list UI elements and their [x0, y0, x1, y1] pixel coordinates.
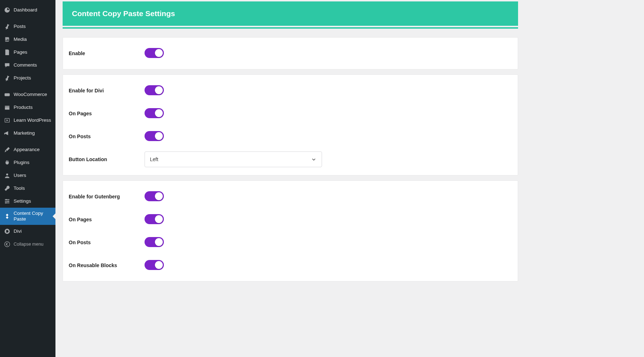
setting-label: On Posts	[69, 240, 145, 245]
svg-point-5	[8, 201, 9, 202]
sidebar-item-label: Products	[14, 105, 52, 110]
divi-icon	[4, 228, 11, 235]
toggle-divi-on-pages[interactable]	[145, 108, 164, 118]
sidebar-item-pages[interactable]: Pages	[0, 46, 55, 59]
sidebar-item-divi[interactable]: Divi	[0, 225, 55, 238]
sidebar-item-projects[interactable]: Projects	[0, 72, 55, 85]
setting-gutenberg-on-pages: On Pages	[69, 208, 512, 231]
setting-label: Enable for Gutenberg	[69, 194, 145, 199]
chevron-down-icon	[311, 156, 317, 162]
sidebar-item-woocommerce[interactable]: WooCommerce	[0, 88, 55, 101]
sidebar-item-marketing[interactable]: Marketing	[0, 127, 55, 140]
panel-gutenberg: Enable for Gutenberg On Pages On Posts	[63, 180, 518, 281]
setting-divi-on-pages: On Pages	[69, 102, 512, 125]
svg-point-8	[5, 242, 10, 247]
toggle-enable-divi[interactable]	[145, 85, 164, 95]
user-icon	[4, 172, 11, 179]
panel-general: Enable	[63, 37, 518, 69]
select-value: Left	[150, 156, 158, 162]
sidebar-item-dashboard[interactable]: Dashboard	[0, 4, 55, 16]
products-icon	[4, 104, 11, 111]
sidebar-item-label: Learn WordPress	[14, 117, 52, 123]
setting-gutenberg-on-reusable: On Reusable Blocks	[69, 254, 512, 277]
plugin-icon	[4, 159, 11, 166]
svg-point-3	[6, 174, 8, 175]
dashboard-icon	[4, 6, 11, 14]
main-content: Content Copy Paste Settings Enable Enabl…	[55, 0, 525, 357]
sidebar-item-settings[interactable]: Settings	[0, 195, 55, 208]
pin-icon	[4, 23, 11, 30]
admin-sidebar: Dashboard Posts Media Pages Comments Pro…	[0, 0, 55, 357]
setting-label: Enable	[69, 50, 145, 56]
sidebar-item-label: Dashboard	[14, 7, 52, 13]
play-icon	[4, 117, 11, 124]
page-title: Content Copy Paste Settings	[72, 9, 175, 18]
sidebar-item-content-copy-paste[interactable]: Content Copy Paste	[0, 208, 55, 225]
sidebar-item-label: Projects	[14, 75, 52, 81]
setting-gutenberg-on-posts: On Posts	[69, 231, 512, 254]
sidebar-item-products[interactable]: Products	[0, 101, 55, 114]
select-button-location[interactable]: Left	[145, 151, 322, 167]
app-root: Dashboard Posts Media Pages Comments Pro…	[0, 0, 644, 357]
setting-label: Button Location	[69, 156, 145, 162]
svg-rect-1	[5, 93, 10, 96]
wrench-icon	[4, 185, 11, 192]
toggle-gutenberg-on-reusable[interactable]	[145, 260, 164, 270]
setting-button-location: Button Location Left	[69, 148, 512, 171]
setting-label: On Posts	[69, 134, 145, 139]
sidebar-item-comments[interactable]: Comments	[0, 59, 55, 72]
setting-divi-on-posts: On Posts	[69, 125, 512, 148]
setting-enable: Enable	[69, 42, 512, 65]
toggle-enable[interactable]	[145, 48, 164, 58]
sidebar-collapse-menu[interactable]: Collapse menu	[0, 238, 55, 251]
panel-divi: Enable for Divi On Pages On Posts	[63, 74, 518, 175]
media-icon	[4, 36, 11, 43]
sidebar-item-label: Pages	[14, 49, 52, 55]
pages-icon	[4, 49, 11, 56]
toggle-gutenberg-on-pages[interactable]	[145, 214, 164, 224]
setting-label: On Pages	[69, 111, 145, 116]
pin-icon	[4, 74, 11, 82]
sidebar-item-label: Media	[14, 37, 52, 42]
svg-point-4	[6, 199, 7, 201]
page-header: Content Copy Paste Settings	[63, 1, 518, 26]
sidebar-item-label: Posts	[14, 24, 52, 29]
sidebar-item-tools[interactable]: Tools	[0, 182, 55, 195]
sidebar-item-label: Collapse menu	[14, 242, 52, 247]
sidebar-item-label: Comments	[14, 62, 52, 68]
svg-point-6	[5, 202, 7, 204]
header-underline	[63, 27, 518, 29]
sliders-icon	[4, 198, 11, 205]
setting-label: On Pages	[69, 217, 145, 222]
sidebar-item-posts[interactable]: Posts	[0, 20, 55, 33]
sidebar-item-label: Settings	[14, 198, 52, 204]
collapse-icon	[4, 241, 11, 248]
sidebar-item-label: Appearance	[14, 147, 52, 153]
sidebar-item-appearance[interactable]: Appearance	[0, 143, 55, 156]
setting-enable-divi: Enable for Divi	[69, 79, 512, 102]
sidebar-item-label: WooCommerce	[14, 92, 52, 97]
megaphone-icon	[4, 130, 11, 137]
setting-enable-gutenberg: Enable for Gutenberg	[69, 185, 512, 208]
brush-icon	[4, 146, 11, 153]
diamond-icon	[4, 213, 11, 220]
sidebar-item-media[interactable]: Media	[0, 33, 55, 46]
woo-icon	[4, 91, 11, 98]
toggle-gutenberg-on-posts[interactable]	[145, 237, 164, 247]
sidebar-item-users[interactable]: Users	[0, 169, 55, 182]
toggle-enable-gutenberg[interactable]	[145, 191, 164, 201]
setting-label: Enable for Divi	[69, 88, 145, 93]
comment-icon	[4, 62, 11, 69]
sidebar-item-label: Content Copy Paste	[14, 211, 52, 222]
sidebar-item-label: Users	[14, 173, 52, 178]
sidebar-item-label: Plugins	[14, 160, 52, 165]
sidebar-item-plugins[interactable]: Plugins	[0, 156, 55, 169]
toggle-divi-on-posts[interactable]	[145, 131, 164, 141]
setting-label: On Reusable Blocks	[69, 262, 145, 268]
sidebar-item-label: Divi	[14, 228, 52, 234]
sidebar-item-label: Marketing	[14, 130, 52, 136]
sidebar-item-label: Tools	[14, 185, 52, 191]
svg-rect-0	[6, 50, 9, 55]
sidebar-item-learn-wordpress[interactable]: Learn WordPress	[0, 114, 55, 127]
right-gutter	[525, 0, 644, 357]
